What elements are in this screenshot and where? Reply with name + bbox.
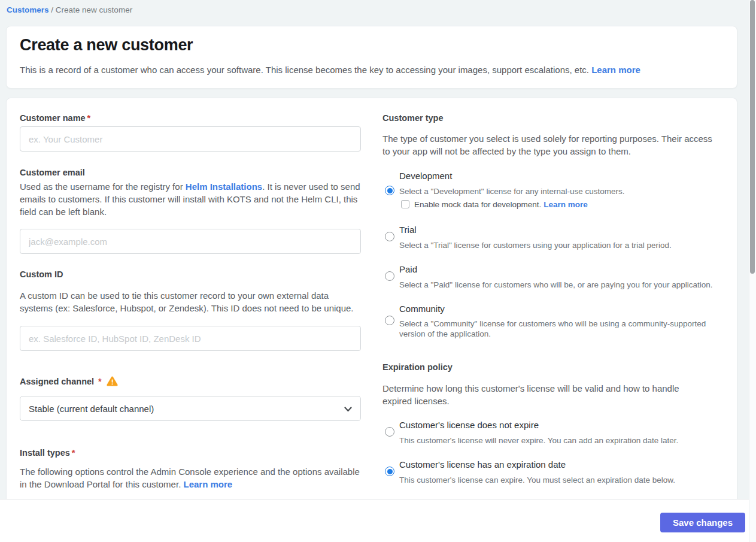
mock-data-learn-more-link[interactable]: Learn more: [544, 200, 588, 209]
enable-mock-data-checkbox[interactable]: [401, 200, 409, 208]
customer-type-radio-development[interactable]: [385, 186, 394, 195]
expiration-option-desc-has-date: This customer's license can expire. You …: [399, 475, 722, 485]
customer-type-radio-community[interactable]: [385, 316, 394, 325]
assigned-channel-label: Assigned channel*: [20, 376, 118, 388]
breadcrumb-customers-link[interactable]: Customers: [7, 5, 49, 14]
customer-type-option-label-paid[interactable]: Paid: [399, 264, 417, 274]
customer-name-input[interactable]: [20, 126, 361, 152]
customer-type-heading: Customer type: [382, 113, 444, 123]
expiration-option-label-has-date[interactable]: Customer's license has an expiration dat…: [399, 459, 566, 470]
custom-id-help: A custom ID can be used to tie this cust…: [20, 289, 364, 314]
customer-email-help-before: Used as the username for the registry fo…: [20, 181, 186, 192]
required-asterisk: *: [98, 377, 102, 386]
required-asterisk: *: [72, 448, 75, 458]
expiration-option-label-no-expire[interactable]: Customer's license does not expire: [399, 420, 539, 430]
expiration-policy-description: Determine how long this customer's licen…: [382, 382, 711, 407]
customer-type-option-desc-community: Select a "Community" license for custome…: [399, 319, 727, 339]
custom-id-input[interactable]: [20, 326, 361, 351]
customer-email-input[interactable]: [20, 229, 361, 254]
customer-type-option-label-trial[interactable]: Trial: [399, 225, 417, 235]
warning-triangle-icon: [107, 376, 118, 388]
customer-type-option-desc-paid: Select a "Paid" license for customers wh…: [399, 280, 722, 290]
customer-email-help: Used as the username for the registry fo…: [20, 180, 364, 218]
assigned-channel-select[interactable]: Stable (current default channel): [20, 396, 361, 421]
header-learn-more-link[interactable]: Learn more: [591, 65, 640, 75]
install-types-help: The following options control the Admin …: [20, 465, 360, 490]
custom-id-label: Custom ID: [20, 270, 63, 279]
customer-type-radio-trial[interactable]: [385, 232, 394, 241]
customer-email-label: Customer email: [20, 168, 85, 177]
customer-type-radio-paid[interactable]: [385, 271, 394, 281]
enable-mock-data-text: Enable mock data for development.: [414, 200, 544, 209]
footer-bar: Save changes: [0, 499, 756, 542]
customer-type-description: The type of customer you select is used …: [382, 132, 715, 158]
breadcrumb-separator: /: [51, 5, 56, 14]
breadcrumb-current: Create new customer: [56, 5, 132, 14]
page-title: Create a new customer: [20, 36, 193, 54]
page-description: This is a record of a customer who can a…: [20, 65, 678, 75]
breadcrumb: Customers / Create new customer: [7, 5, 132, 14]
assigned-channel-selected-value: Stable (current default channel): [29, 404, 154, 414]
scrollbar-thumb[interactable]: [750, 0, 755, 274]
expiration-radio-no-expire[interactable]: [385, 427, 394, 437]
customer-name-label: Customer name*: [20, 113, 90, 123]
enable-mock-data-label[interactable]: Enable mock data for development. Learn …: [414, 200, 588, 209]
expiration-option-desc-no-expire: This customer's license will never expir…: [399, 435, 722, 446]
chevron-down-icon: [344, 404, 352, 414]
install-types-label: Install types*: [20, 448, 75, 458]
install-types-learn-more-link[interactable]: Learn more: [183, 479, 232, 489]
page-description-text: This is a record of a customer who can a…: [20, 65, 589, 75]
expiration-radio-has-date[interactable]: [385, 467, 394, 476]
helm-installations-link[interactable]: Helm Installations: [186, 181, 262, 192]
customer-type-option-desc-trial: Select a "Trial" license for customers u…: [399, 240, 722, 250]
header-card: [6, 26, 737, 89]
customer-type-option-label-community[interactable]: Community: [399, 304, 445, 314]
expiration-policy-heading: Expiration policy: [382, 362, 453, 372]
customer-type-option-label-development[interactable]: Development: [399, 171, 452, 181]
required-asterisk: *: [87, 113, 91, 123]
save-changes-button[interactable]: Save changes: [660, 513, 745, 532]
customer-type-option-desc-development: Select a "Development" license for any i…: [399, 186, 722, 196]
